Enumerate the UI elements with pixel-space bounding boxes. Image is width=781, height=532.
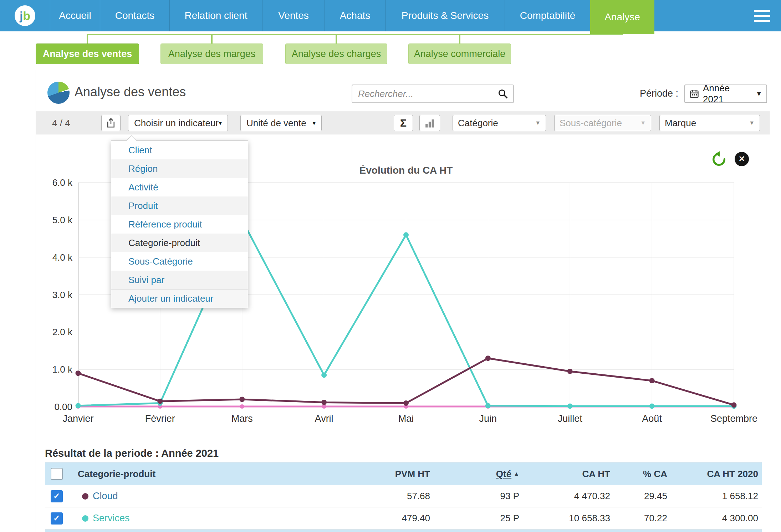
series-dot <box>82 493 88 500</box>
cell-ca-ht-2020: 4 300.00 <box>669 507 758 529</box>
nav-item-produits-services[interactable]: Produits & Services <box>385 0 505 31</box>
search-icon[interactable] <box>497 88 508 99</box>
sort-asc-icon: ▲ <box>514 471 519 477</box>
cell-ca-ht: 4 470.32 <box>539 485 610 507</box>
subcategory-select-value: Sous-catégorie <box>560 118 622 129</box>
svg-text:Mars: Mars <box>231 413 253 424</box>
caret-down-icon: ▼ <box>756 90 762 98</box>
caret-down-icon: ▼ <box>535 120 541 126</box>
chart-type-button[interactable] <box>419 115 440 131</box>
period-label: Période : <box>640 88 678 99</box>
menu-item-activite[interactable]: Activité <box>111 178 248 196</box>
top-nav: jb Accueil Contacts Relation client Vent… <box>0 0 781 31</box>
sigma-label: Σ <box>400 117 407 129</box>
nav-item-analyse[interactable]: Analyse <box>590 0 654 34</box>
indicator-menu: Client Région Activité Produit Référence… <box>111 140 248 308</box>
app-root: jb Accueil Contacts Relation client Vent… <box>0 0 781 532</box>
undo-icon[interactable] <box>711 151 728 167</box>
column-header-pct-ca[interactable]: % CA <box>614 463 667 485</box>
svg-text:Juillet: Juillet <box>558 413 583 424</box>
caret-down-icon: ▾ <box>219 119 222 127</box>
cell-ca-ht-2020: 1 658.12 <box>669 485 758 507</box>
menu-item-client[interactable]: Client <box>111 141 248 159</box>
search-box <box>352 85 514 103</box>
menu-item-produit[interactable]: Produit <box>111 196 248 215</box>
svg-text:3.0 k: 3.0 k <box>52 290 73 300</box>
select-all-checkbox[interactable]: ✓ <box>51 468 63 480</box>
nav-item-comptabilite[interactable]: Comptabilité <box>505 0 590 31</box>
nav-item-achats[interactable]: Achats <box>325 0 385 31</box>
nav-item-ventes[interactable]: Ventes <box>262 0 325 31</box>
nav-item-contacts[interactable]: Contacts <box>100 0 169 31</box>
qte-label: Qté <box>496 469 511 480</box>
logo-letter-j: j <box>20 9 23 23</box>
table-footer-partial-row <box>45 530 762 532</box>
subtab-analyse-des-ventes[interactable]: Analyse des ventes <box>36 44 139 64</box>
column-header-qte[interactable]: Qté ▲ <box>412 463 519 485</box>
category-select[interactable]: Catégorie ▼ <box>453 115 546 131</box>
export-button[interactable] <box>101 115 121 131</box>
table-header-row: ✓ Categorie-produit PVM HT Qté ▲ CA HT %… <box>45 462 762 485</box>
close-glyph: ✕ <box>739 154 745 164</box>
subtab-analyse-commerciale[interactable]: Analyse commerciale <box>408 44 511 64</box>
menu-item-suivi-par[interactable]: Suivi par <box>111 271 248 289</box>
svg-text:Septembre: Septembre <box>710 413 757 424</box>
cell-qte: 93 P <box>412 485 519 507</box>
export-icon <box>106 118 116 128</box>
app-logo[interactable]: jb <box>15 5 35 26</box>
subcategory-select[interactable]: Sous-catégorie ▼ <box>554 115 651 131</box>
hamburger-menu-icon[interactable] <box>754 0 770 31</box>
menu-item-sous-categorie[interactable]: Sous-Catégorie <box>111 252 248 271</box>
svg-text:1.0 k: 1.0 k <box>52 364 73 375</box>
chart-tools: ✕ <box>711 151 749 167</box>
sum-button[interactable]: Σ <box>394 115 413 131</box>
menu-item-region[interactable]: Région <box>111 159 248 178</box>
svg-text:5.0 k: 5.0 k <box>52 215 73 225</box>
svg-text:4.0 k: 4.0 k <box>52 252 73 263</box>
page-title: Analyse des ventes <box>75 85 186 99</box>
check-icon: ✓ <box>53 514 60 522</box>
menu-item-categorie-produit[interactable]: Categorie-produit <box>111 234 248 252</box>
subtab-analyse-des-marges[interactable]: Analyse des marges <box>160 44 263 64</box>
category-link[interactable]: Services <box>93 513 130 524</box>
nav-item-relation-client[interactable]: Relation client <box>169 0 262 31</box>
category-select-value: Catégorie <box>458 118 498 129</box>
logo-wrap: jb <box>0 0 50 31</box>
nav-item-accueil[interactable]: Accueil <box>50 0 100 31</box>
svg-text:Avril: Avril <box>315 413 333 424</box>
svg-text:Février: Février <box>145 413 175 424</box>
row-checkbox[interactable]: ✓ <box>51 512 63 525</box>
close-icon[interactable]: ✕ <box>735 152 749 166</box>
period-select[interactable]: Année 2021 ▼ <box>684 85 767 103</box>
cell-pct-ca: 70.22 <box>614 507 667 529</box>
svg-text:Janvier: Janvier <box>62 413 93 424</box>
main-card: Analyse des ventes Période : Année 2021 … <box>36 70 770 532</box>
row-checkbox[interactable]: ✓ <box>51 490 63 502</box>
period-value: Année 2021 <box>703 83 752 105</box>
sales-unit-label: Unité de vente <box>246 118 306 129</box>
logo-letter-b: b <box>23 9 30 23</box>
menu-item-reference-produit[interactable]: Référence produit <box>111 215 248 234</box>
svg-text:2.0 k: 2.0 k <box>52 327 73 337</box>
caret-down-icon: ▼ <box>749 120 755 126</box>
cell-pct-ca: 29.45 <box>614 485 667 507</box>
cell-ca-ht: 10 658.33 <box>539 507 610 529</box>
column-header-ca-ht[interactable]: CA HT <box>539 463 610 485</box>
choose-indicator-label: Choisir un indicateur <box>134 118 219 129</box>
svg-text:6.0 k: 6.0 k <box>52 177 73 188</box>
svg-text:0.00: 0.00 <box>54 401 72 412</box>
subtab-analyse-des-charges[interactable]: Analyse des charges <box>285 44 387 64</box>
series-dot <box>82 515 88 522</box>
column-header-categorie-produit[interactable]: Categorie-produit <box>78 463 220 485</box>
sales-unit-button[interactable]: Unité de vente ▾ <box>240 115 322 131</box>
brand-select-value: Marque <box>665 118 696 129</box>
column-header-ca-ht-2020[interactable]: CA HT 2020 <box>669 463 758 485</box>
choose-indicator-button[interactable]: Choisir un indicateur ▾ <box>128 115 228 131</box>
table-row-services: ✓ Services 479.40 25 P 10 658.33 70.22 4… <box>45 507 762 530</box>
search-input[interactable] <box>357 88 497 100</box>
menu-item-ajouter-un-indicateur[interactable]: Ajouter un indicateur <box>111 289 248 308</box>
subtab-connector-horizontal <box>87 34 623 35</box>
brand-select[interactable]: Marque ▼ <box>659 115 760 131</box>
category-link[interactable]: Cloud <box>93 491 118 502</box>
toolbar: 4 / 4 Choisir un indicateur ▾ Unité de v… <box>36 111 770 134</box>
